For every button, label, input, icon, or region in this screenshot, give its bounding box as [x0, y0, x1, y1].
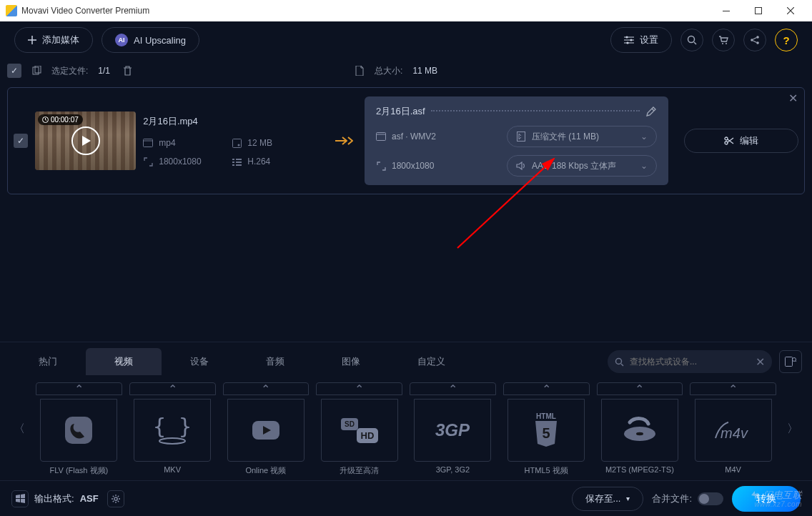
dotted-line [431, 110, 640, 111]
bluray-icon [620, 412, 660, 448]
format-carousel: 〈 ⌃ FLV (Flash 视频) ⌃ { } MKV ⌃ Online 视频 [0, 375, 812, 480]
rename-button[interactable] [645, 106, 657, 117]
delete-button[interactable] [120, 64, 134, 78]
svg-point-9 [756, 36, 759, 39]
ai-upscaling-button[interactable]: AI AI Upscaling [102, 27, 199, 53]
add-media-button[interactable]: 添加媒体 [14, 27, 93, 53]
gear-icon [111, 494, 121, 504]
container-icon [376, 132, 386, 142]
expand-icon: ⌃ [690, 382, 776, 395]
convert-arrow-icon [332, 134, 357, 147]
save-to-label: 保存至... [585, 492, 621, 505]
format-card-hd[interactable]: ⌃ SDHD 升级至高清 [316, 382, 402, 476]
expand-icon: ⌃ [410, 382, 496, 395]
save-to-button[interactable]: 保存至... ▾ [572, 487, 644, 511]
svg-text:5: 5 [543, 425, 550, 441]
footer-bar: 输出格式: ASF 保存至... ▾ 合并文件: 转换 闪电互联 www.xz7… [0, 480, 812, 516]
merge-switch[interactable] [698, 492, 723, 505]
selected-count: 1/1 [98, 66, 110, 76]
scroll-right-button[interactable]: 〉 [783, 383, 802, 476]
format-search[interactable]: ✕ [608, 350, 772, 373]
format-card-online[interactable]: ⌃ Online 视频 [223, 382, 310, 476]
format-card-flv[interactable]: ⌃ FLV (Flash 视频) [36, 382, 122, 476]
tab-hot[interactable]: 热门 [10, 348, 86, 375]
output-container: asf · WMV2 [392, 132, 436, 142]
video-thumbnail[interactable]: 00:00:07 [35, 111, 136, 170]
merge-toggle: 合并文件: [652, 492, 723, 505]
svg-point-8 [751, 39, 753, 41]
edit-label: 编辑 [740, 134, 758, 147]
svg-text:HTML: HTML [536, 412, 556, 420]
scroll-left-button[interactable]: 〈 [10, 383, 29, 476]
convert-button[interactable]: 转换 [732, 486, 801, 512]
output-resolution: 1800x1080 [392, 161, 434, 171]
close-button[interactable] [774, 1, 806, 21]
format-card-3gp[interactable]: ⌃ 3GP 3GP, 3G2 [410, 382, 496, 476]
cart-button[interactable] [712, 29, 735, 51]
svg-rect-15 [232, 139, 241, 147]
merge-label: 合并文件: [652, 492, 692, 505]
format-card-m2ts[interactable]: ⌃ M2TS (MPEG2-TS) [597, 382, 683, 476]
svg-point-43 [636, 432, 643, 435]
item-checkbox[interactable]: ✓ [14, 134, 28, 148]
selected-label: 选定文件: [51, 65, 88, 77]
format-list: ⌃ FLV (Flash 视频) ⌃ { } MKV ⌃ Online 视频 ⌃ [36, 382, 776, 476]
flv-icon [61, 412, 96, 448]
audio-select[interactable]: AAC 188 Kbps 立体声 ⌄ [507, 155, 657, 177]
tab-video[interactable]: 视频 [86, 348, 162, 375]
tab-audio[interactable]: 音频 [237, 348, 313, 375]
svg-point-45 [114, 497, 117, 500]
format-label: 升级至高清 [340, 465, 379, 476]
detect-device-button[interactable] [779, 350, 802, 373]
trash-icon [123, 66, 132, 76]
source-resolution: 1800x1080 [159, 157, 201, 167]
share-button[interactable] [743, 29, 766, 51]
help-button[interactable]: ? [775, 29, 798, 51]
disk-icon [232, 138, 242, 148]
select-all-checkbox[interactable]: ✓ [7, 64, 21, 78]
search-icon [615, 357, 624, 367]
svg-text:{ }: { } [153, 414, 192, 439]
format-card-mkv[interactable]: ⌃ { } MKV [129, 382, 216, 476]
svg-point-16 [237, 144, 239, 146]
svg-point-7 [726, 43, 727, 44]
svg-rect-1 [755, 8, 761, 14]
ai-upscaling-label: AI Upscaling [134, 35, 186, 46]
clear-search-icon[interactable]: ✕ [756, 355, 765, 369]
hd-icon: SDHD [338, 412, 381, 448]
format-search-input[interactable] [630, 357, 750, 367]
format-settings-button[interactable] [107, 490, 124, 507]
settings-button[interactable]: 设置 [610, 27, 672, 53]
selection-bar: ✓ 选定文件: 1/1 总大小: 11 MB [0, 59, 812, 83]
scissors-icon [724, 136, 734, 146]
cart-icon [718, 35, 728, 45]
edit-button[interactable]: 编辑 [684, 129, 798, 153]
expand-icon: ⌃ [223, 382, 310, 395]
tab-custom[interactable]: 自定义 [389, 348, 474, 375]
format-label: M2TS (MPEG2-TS) [605, 465, 674, 474]
source-info: 2月16日.mp4 mp4 12 MB 1800x1080 H.264 [143, 115, 325, 167]
format-card-m4v[interactable]: ⌃ m4v M4V [690, 382, 776, 476]
format-card-html5[interactable]: ⌃ HTML5 HTML5 视频 [503, 382, 590, 476]
expand-icon: ⌃ [129, 382, 216, 395]
compress-select[interactable]: 压缩文件 (11 MB) ⌄ [507, 126, 657, 147]
tab-device[interactable]: 设备 [162, 348, 237, 375]
format-tabs: 热门 视频 设备 音频 图像 自定义 ✕ [0, 342, 812, 375]
maximize-button[interactable] [742, 1, 774, 21]
source-filename: 2月16日.mp4 [143, 115, 325, 128]
search-button[interactable] [680, 29, 703, 51]
duration-badge: 00:00:07 [38, 114, 83, 125]
svg-text:3GP: 3GP [435, 420, 470, 440]
tab-image[interactable]: 图像 [313, 348, 389, 375]
format-label: 3GP, 3G2 [436, 465, 470, 474]
minimize-button[interactable] [710, 1, 742, 21]
svg-point-2 [625, 36, 628, 38]
source-size: 12 MB [247, 138, 272, 148]
chevron-down-icon: ⌄ [640, 132, 648, 142]
add-media-label: 添加媒体 [42, 34, 79, 46]
output-format-value: ASF [80, 493, 99, 504]
m4v-icon: m4v [711, 412, 756, 448]
item-close-button[interactable]: ✕ [788, 91, 798, 105]
window-controls [710, 1, 806, 21]
svg-point-28 [616, 358, 622, 364]
